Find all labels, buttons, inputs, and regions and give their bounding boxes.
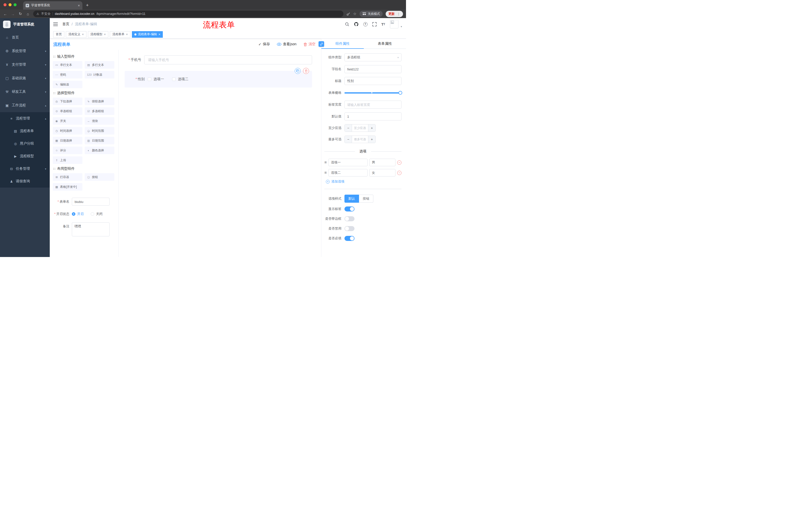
- style-button-button[interactable]: 按钮: [359, 195, 373, 203]
- sidebar-logo[interactable]: 芋道管理系统: [0, 18, 50, 31]
- reload-icon[interactable]: ↻: [18, 11, 23, 16]
- palette-item-switch[interactable]: ◉开关: [53, 117, 82, 125]
- phone-input[interactable]: [144, 55, 312, 64]
- forward-icon[interactable]: →: [10, 12, 15, 16]
- drag-handle-icon[interactable]: ≡: [324, 160, 327, 165]
- home-icon[interactable]: ⌂: [26, 12, 30, 16]
- palette-item-select[interactable]: ◎下拉选择: [53, 98, 82, 105]
- option1-label-input[interactable]: [328, 159, 368, 166]
- sidebar-item-system[interactable]: ⚙ 系统管理 ▾: [0, 44, 50, 58]
- palette-item-checkbox-group[interactable]: ☑多选框组: [85, 107, 114, 115]
- password-key-icon[interactable]: [346, 12, 350, 16]
- close-icon[interactable]: ×: [104, 33, 106, 36]
- palette-item-password[interactable]: ⋯密码: [53, 71, 82, 78]
- save-button[interactable]: ✓ 保存: [259, 42, 270, 47]
- title-input[interactable]: [344, 77, 402, 85]
- copy-component-button[interactable]: [295, 68, 301, 74]
- border-toggle[interactable]: [344, 216, 354, 221]
- breadcrumb-root[interactable]: 首页: [62, 22, 69, 26]
- default-value-input[interactable]: [344, 112, 402, 120]
- required-toggle[interactable]: [344, 236, 354, 241]
- palette-item-row-container[interactable]: ⊞行容器: [53, 173, 82, 181]
- palette-item-time-picker[interactable]: ◷时间选择: [53, 127, 82, 135]
- option1-value-input[interactable]: [369, 159, 396, 166]
- form-remark-textarea[interactable]: 嘿嘿: [72, 222, 110, 236]
- help-icon[interactable]: ?: [363, 22, 368, 26]
- form-grid-slider[interactable]: [344, 89, 402, 97]
- stepper-minus-button[interactable]: −: [345, 136, 352, 143]
- show-label-toggle[interactable]: [344, 207, 354, 212]
- close-icon[interactable]: ×: [158, 33, 161, 36]
- update-label[interactable]: 更新: [388, 12, 395, 16]
- view-json-button[interactable]: 查看json: [277, 42, 296, 47]
- tab-form-props[interactable]: 表单属性: [364, 39, 406, 49]
- search-icon[interactable]: [345, 22, 349, 26]
- stepper-minus-button[interactable]: −: [345, 125, 352, 132]
- sidebar-item-process-model[interactable]: ▶ 流程模型: [0, 150, 50, 162]
- browser-update-button[interactable]: 更新 ⋮: [386, 11, 403, 17]
- tag-home[interactable]: 首页: [53, 31, 64, 38]
- form-canvas[interactable]: *手机号 *性别: [119, 50, 321, 257]
- gender-checkbox-option2[interactable]: 选项二: [172, 77, 188, 81]
- label-width-input[interactable]: [344, 101, 402, 109]
- checkbox-box[interactable]: [172, 77, 176, 81]
- hamburger-icon[interactable]: [53, 22, 58, 26]
- tab-component-props[interactable]: 组件属性: [321, 39, 364, 49]
- stepper-plus-button[interactable]: +: [368, 125, 375, 132]
- option2-value-input[interactable]: [369, 169, 396, 177]
- address-bar[interactable]: ⚠ 不安全 dashboard.yudao.iocoder.cn /bpm/ma…: [33, 10, 343, 17]
- tab-close-icon[interactable]: ×: [78, 4, 80, 7]
- drag-handle-icon[interactable]: ≡: [324, 170, 327, 175]
- tag-process-form-edit[interactable]: 流程表单-编辑 ×: [132, 31, 163, 38]
- palette-item-counter[interactable]: 123计数器: [85, 71, 114, 78]
- avatar-caret-icon[interactable]: ▾: [401, 25, 402, 28]
- delete-component-button[interactable]: [303, 68, 309, 74]
- github-icon[interactable]: [354, 22, 358, 26]
- palette-item-date-range[interactable]: ▥日期范围: [85, 137, 114, 144]
- security-label[interactable]: 不安全: [41, 12, 51, 16]
- max-select-value[interactable]: 最多可选: [352, 136, 368, 143]
- window-close-button[interactable]: [3, 3, 6, 6]
- window-minimize-button[interactable]: [8, 3, 11, 6]
- window-maximize-button[interactable]: [13, 3, 17, 6]
- sidebar-item-payment[interactable]: ¥ 支付管理 ▾: [0, 58, 50, 72]
- tag-process-definition[interactable]: 流程定义 ×: [66, 31, 86, 38]
- sidebar-item-home[interactable]: ⌂ 首页: [0, 31, 50, 44]
- status-off-radio[interactable]: 关闭: [91, 212, 103, 216]
- link-badge[interactable]: [319, 41, 324, 47]
- clear-button[interactable]: 清空: [303, 42, 316, 47]
- field-name-input[interactable]: [344, 65, 402, 73]
- stepper-plus-button[interactable]: +: [368, 136, 375, 143]
- browser-menu-icon[interactable]: ⋮: [397, 12, 400, 16]
- new-tab-button[interactable]: +: [86, 2, 89, 8]
- sidebar-item-user-group[interactable]: ◎ 用户分组: [0, 137, 50, 150]
- fullscreen-icon[interactable]: [372, 22, 377, 26]
- palette-item-single-line-text[interactable]: ▭单行文本: [53, 61, 82, 69]
- tag-process-form[interactable]: 流程表单 ×: [110, 31, 130, 38]
- gender-checkbox-option1[interactable]: 选项一: [148, 77, 164, 81]
- gender-field-row-selected[interactable]: *性别 选项一 选项二: [125, 71, 312, 87]
- palette-item-editor[interactable]: ✎编辑器: [53, 81, 82, 88]
- min-select-value[interactable]: 至少应选: [352, 125, 368, 132]
- palette-item-radio-group[interactable]: ⊙单选框组: [53, 107, 82, 115]
- sidebar-item-process-management[interactable]: ≡ 流程管理 ▴: [0, 112, 50, 125]
- sidebar-item-task-management[interactable]: ⊟ 任务管理 ▾: [0, 162, 50, 175]
- option2-label-input[interactable]: [328, 169, 368, 177]
- user-avatar[interactable]: [390, 20, 399, 28]
- close-icon[interactable]: ×: [126, 33, 128, 36]
- back-icon[interactable]: ←: [3, 12, 7, 16]
- palette-item-upload[interactable]: ⇧上传: [53, 156, 82, 164]
- slider-track[interactable]: [344, 92, 402, 93]
- sidebar-item-workflow[interactable]: ▣ 工作流程 ▴: [0, 99, 50, 112]
- close-icon[interactable]: ×: [82, 33, 84, 36]
- disabled-toggle[interactable]: [344, 226, 354, 231]
- palette-item-button[interactable]: ◻按钮: [85, 173, 114, 181]
- sidebar-item-infrastructure[interactable]: ▢ 基础设施 ▾: [0, 72, 50, 85]
- component-type-select[interactable]: 多选框组 ▾: [344, 53, 402, 61]
- phone-field-row[interactable]: *手机号: [125, 55, 312, 64]
- form-name-input[interactable]: [72, 198, 110, 206]
- browser-tab[interactable]: 芋道管理系统 ×: [23, 1, 82, 9]
- palette-item-color-picker[interactable]: ◐颜色选择: [85, 146, 114, 154]
- palette-item-rate[interactable]: ☆评分: [53, 146, 82, 154]
- palette-item-multi-line-text[interactable]: ▤多行文本: [85, 61, 114, 69]
